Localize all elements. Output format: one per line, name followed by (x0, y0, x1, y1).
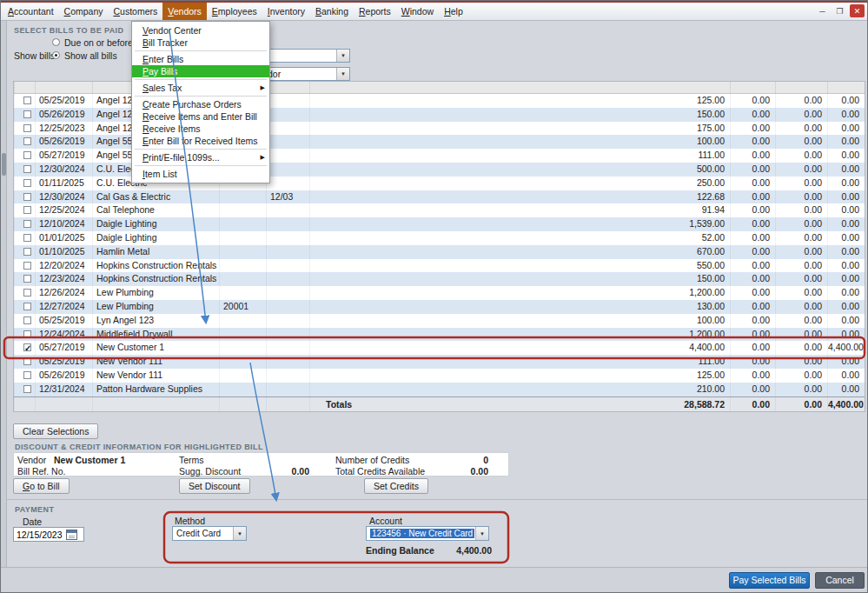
go-to-bill-button[interactable]: Go to Bill (13, 478, 70, 494)
cancel-button[interactable]: Cancel (815, 572, 865, 589)
table-row[interactable]: 01/01/2025 Daigle Lighting 52.00 0.00 0.… (14, 231, 865, 245)
cell-vendor: Hamlin Metal (92, 245, 219, 259)
row-checkbox[interactable] (14, 163, 35, 177)
row-checkbox[interactable] (14, 203, 35, 217)
table-row[interactable]: 05/25/2019 Lyn Angel 123 100.00 0.00 0.0… (14, 314, 865, 328)
cell-credits-used: 0.00 (775, 122, 827, 136)
row-checkbox[interactable] (14, 122, 35, 136)
column-header[interactable] (14, 82, 35, 93)
column-header[interactable] (827, 82, 865, 93)
column-header[interactable] (266, 82, 309, 93)
table-row[interactable]: 12/31/2024 Patton Hardware Supplies 210.… (14, 383, 865, 396)
column-header[interactable] (730, 82, 775, 93)
vendors-menu-item[interactable]: Bill Tracker (132, 37, 269, 49)
vendors-menu-item[interactable]: Item List (132, 168, 269, 180)
table-row[interactable]: 05/27/2019 New Customer 1 4,400.00 0.00 … (14, 341, 865, 355)
menubar-item[interactable]: Customers (109, 3, 163, 20)
table-row[interactable]: 12/10/2024 Daigle Lighting 1,539.00 0.00… (14, 217, 865, 231)
restore-icon[interactable]: ❐ (832, 4, 847, 17)
vendors-menu-item[interactable]: Pay Bills (132, 65, 269, 77)
row-checkbox[interactable] (14, 231, 35, 245)
checkbox-icon (23, 316, 31, 324)
table-row[interactable]: 12/20/2024 Hopkins Construction Rentals … (14, 259, 865, 273)
vendors-menu-item[interactable]: Enter Bill for Received Items (132, 135, 269, 147)
close-icon[interactable]: ✕ (850, 4, 865, 17)
menubar-item[interactable]: Employees (207, 3, 262, 20)
set-discount-button[interactable]: Set Discount (179, 478, 250, 494)
row-checkbox[interactable] (14, 149, 35, 163)
menubar-item[interactable]: Window (396, 3, 439, 20)
vendors-menu-item[interactable] (135, 96, 267, 97)
vendors-menu-item[interactable] (135, 79, 267, 80)
pay-selected-bills-button[interactable]: Pay Selected Bills (729, 572, 810, 589)
checkbox-icon (23, 248, 31, 256)
row-checkbox[interactable] (14, 177, 35, 190)
table-row[interactable]: 12/30/2024 Cal Gas & Electric 12/03 122.… (14, 190, 865, 204)
menubar-item[interactable]: Company (59, 3, 109, 20)
vendors-menu-item[interactable] (135, 165, 267, 166)
column-header[interactable] (35, 82, 92, 93)
table-row[interactable]: 12/25/2024 Cal Telephone 91.94 0.00 0.00… (14, 203, 865, 217)
table-row[interactable]: 12/26/2024 Lew Plumbing 1,200.00 0.00 0.… (14, 286, 865, 300)
cell-disc-used: 0.00 (730, 355, 775, 369)
row-checkbox[interactable] (14, 190, 35, 204)
vendors-menu-item[interactable]: Receive Items and Enter Bill (132, 110, 269, 123)
menubar-item[interactable]: Inventory (262, 3, 310, 20)
menubar-item[interactable]: Reports (354, 3, 396, 20)
payment-date-input[interactable] (14, 530, 66, 540)
vendors-menu-item[interactable]: Print/E-file 1099s... ▶ (132, 151, 269, 163)
column-header[interactable] (775, 82, 827, 93)
row-checkbox[interactable] (14, 328, 35, 342)
vendors-menu-item[interactable]: Create Purchase Orders (132, 98, 269, 110)
vendors-menu-item[interactable]: Enter Bills (132, 53, 269, 65)
menubar-item[interactable]: Banking (310, 3, 354, 20)
dropdown-arrow-icon[interactable]: ▼ (233, 527, 246, 540)
row-checkbox[interactable] (14, 383, 35, 396)
column-header[interactable] (309, 82, 730, 93)
payment-date-field[interactable] (13, 527, 84, 542)
row-checkbox[interactable] (14, 355, 35, 369)
vendors-menu-item[interactable]: Sales Tax ▶ (132, 82, 269, 94)
row-checkbox[interactable] (14, 341, 35, 355)
row-checkbox[interactable] (14, 300, 35, 314)
menubar-item[interactable]: Accountant (3, 3, 59, 20)
calendar-icon[interactable] (66, 530, 77, 540)
set-credits-button[interactable]: Set Credits (364, 478, 428, 494)
row-checkbox[interactable] (14, 217, 35, 231)
dropdown-arrow-icon[interactable]: ▼ (336, 50, 349, 62)
clear-selections-button[interactable]: Clear Selections (13, 423, 98, 439)
vendors-menu-item[interactable] (135, 149, 267, 150)
row-checkbox[interactable] (14, 245, 35, 259)
payment-account-combobox[interactable]: 123456 · New Credit Card ▼ (366, 526, 489, 541)
row-checkbox[interactable] (14, 369, 35, 383)
payment-method-combobox[interactable]: Credit Card ▼ (172, 526, 247, 541)
table-row[interactable]: 01/10/2025 Hamlin Metal 670.00 0.00 0.00… (14, 245, 865, 259)
table-row[interactable]: 12/24/2024 Middlefield Drywall 1,200.00 … (14, 328, 865, 342)
checkbox-icon (23, 330, 31, 338)
vendors-menu-item[interactable]: Vendor Center (132, 24, 269, 37)
row-checkbox[interactable] (14, 314, 35, 328)
radio-due-on-or-before[interactable]: Due on or before (52, 36, 133, 49)
row-checkbox[interactable] (14, 108, 35, 122)
table-row[interactable]: 12/23/2024 Hopkins Construction Rentals … (14, 272, 865, 286)
dropdown-arrow-icon[interactable]: ▼ (475, 527, 488, 540)
side-panel-handle[interactable] (2, 153, 6, 176)
row-checkbox[interactable] (14, 286, 35, 300)
table-row[interactable]: 12/27/2024 Lew Plumbing 20001 130.00 0.0… (14, 300, 865, 314)
minimize-icon[interactable]: ─ (815, 4, 830, 17)
table-row[interactable]: 05/26/2019 New Vendor 111 125.00 0.00 0.… (14, 369, 865, 383)
row-checkbox[interactable] (14, 259, 35, 273)
menubar-item[interactable]: Help (439, 3, 468, 20)
vendors-menu-item[interactable]: Receive Items (132, 123, 269, 135)
row-checkbox[interactable] (14, 272, 35, 286)
cell-disc-date (266, 286, 309, 300)
collapsed-side-panel[interactable] (1, 21, 7, 592)
cell-disc-date (266, 355, 309, 369)
dropdown-arrow-icon[interactable]: ▼ (336, 68, 349, 80)
table-row[interactable]: 05/25/2019 New Vendor 111 111.00 0.00 0.… (14, 355, 865, 369)
vendors-menu-item[interactable] (135, 50, 267, 51)
row-checkbox[interactable] (14, 135, 35, 149)
radio-show-all-bills[interactable]: Show all bills (52, 49, 133, 62)
row-checkbox[interactable] (14, 94, 35, 108)
menubar-item[interactable]: Vendors (162, 3, 207, 20)
